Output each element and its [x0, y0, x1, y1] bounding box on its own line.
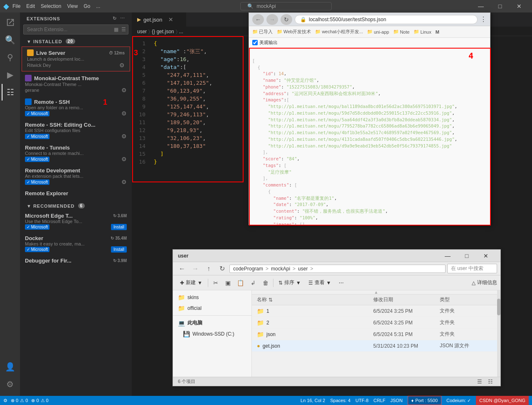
fe-maximize-button[interactable]: □: [457, 250, 476, 261]
status-csdn[interactable]: CSDN @Dyan_GONG: [476, 396, 529, 405]
refresh-icon[interactable]: ↻: [113, 16, 117, 21]
gear-icon-ssh-edit[interactable]: ⚙: [121, 133, 127, 140]
gear-icon-monokai[interactable]: ⚙: [121, 87, 127, 93]
more-icon[interactable]: ⋯: [120, 16, 125, 21]
fe-rename-button[interactable]: ↲: [247, 277, 259, 289]
maximize-button[interactable]: □: [490, 0, 510, 12]
bookmark-linux[interactable]: 📁Linux: [414, 29, 431, 34]
status-codeium[interactable]: Codeium: ✓: [446, 398, 471, 403]
fe-up-button[interactable]: ↑: [203, 263, 214, 274]
breadcrumb-file[interactable]: {} get.json: [152, 29, 174, 34]
fe-sidebar-item-skins[interactable]: 📁 skins: [173, 292, 251, 303]
bookmark-uniapp[interactable]: 📁uni-app: [367, 29, 389, 34]
fe-grid-view-icon[interactable]: ☷: [485, 377, 495, 386]
fe-copy-button[interactable]: ▣: [222, 277, 234, 289]
fe-sidebar-item-official[interactable]: 📁 official: [173, 303, 251, 314]
activity-explorer-icon[interactable]: [2, 14, 18, 31]
browser-more-icon[interactable]: ⋮: [480, 15, 487, 23]
table-row[interactable]: 📁 2 6/5/2024 3:25 PM 文件夹: [252, 317, 500, 329]
fe-breadcrumb-item-codeprog[interactable]: codeProgram: [233, 266, 263, 272]
fe-more-options-button[interactable]: ⋯: [335, 278, 347, 287]
address-bar[interactable]: 🔒 localhost:5500/user/testShops.json: [295, 15, 478, 24]
gear-icon-live-server[interactable]: ⚙: [119, 62, 125, 69]
fe-breadcrumb-item-user[interactable]: user: [298, 266, 308, 272]
bookmark-webdev[interactable]: 📁Web开发技术: [277, 29, 311, 35]
fe-minimize-button[interactable]: —: [438, 250, 457, 261]
ext-item-remote-tunnels[interactable]: Remote - Tunnels Connect to a remote mac…: [20, 142, 132, 165]
fe-sidebar-item-windows-ssd[interactable]: 💾 Windows-SSD (C:): [173, 329, 251, 339]
fe-new-button[interactable]: ✚ 新建 ▼: [176, 277, 206, 288]
ext-item-docker[interactable]: Docker ↻ 35.4M Makes it easy to create, …: [20, 233, 132, 255]
status-language[interactable]: JSON: [390, 398, 402, 403]
beautiful-output-checkbox[interactable]: [252, 40, 258, 45]
fe-details-label[interactable]: 详细信息: [477, 279, 497, 286]
gear-icon-tunnels[interactable]: ⚙: [121, 156, 127, 162]
close-button[interactable]: ✕: [510, 0, 529, 12]
table-row[interactable]: ● get.json 5/31/2024 10:23 PM JSON 源文件: [252, 340, 500, 352]
ext-item-ms-edge[interactable]: Microsoft Edge T... ↻ 3.6M Use the Micro…: [20, 210, 132, 233]
menu-go[interactable]: Go: [84, 3, 90, 9]
fe-back-button[interactable]: ←: [176, 263, 188, 274]
bookmark-wechat[interactable]: 📁wechat小程序开发...: [315, 29, 363, 35]
search-bar[interactable]: 🔍 mockApi: [240, 2, 332, 10]
install-button-edge[interactable]: Install: [111, 224, 127, 230]
install-button-docker[interactable]: Install: [111, 246, 127, 253]
gear-icon-remote-dev[interactable]: ⚙: [121, 179, 127, 185]
status-ln-col[interactable]: Ln 16, Col 2: [300, 398, 325, 403]
status-errors[interactable]: ⊗ 0 ⚠ 0: [11, 398, 28, 403]
breadcrumb-user[interactable]: user: [137, 29, 147, 34]
bookmark-note[interactable]: 📁Note: [393, 29, 409, 34]
fe-breadcrumb-item-mockapi[interactable]: mockApi: [271, 266, 290, 272]
browser-refresh-button[interactable]: ↻: [281, 14, 292, 25]
activity-debug-icon[interactable]: ▶: [2, 66, 18, 83]
fe-refresh-button[interactable]: ↻: [216, 263, 228, 274]
fe-address-area[interactable]: codeProgram > mockApi > user >: [229, 265, 446, 273]
ext-item-debugger[interactable]: Debugger for Fir... ↻ 3.9M: [20, 255, 132, 266]
col-name[interactable]: 名称 ⇅: [257, 296, 373, 303]
ext-item-remote-dev[interactable]: Remote Development An extension pack tha…: [20, 165, 132, 188]
col-date[interactable]: 修改日期: [373, 296, 440, 303]
browser-forward-button[interactable]: →: [266, 14, 278, 25]
status-eol[interactable]: CRLF: [374, 398, 386, 403]
fe-close-button[interactable]: ✕: [476, 250, 495, 261]
gear-icon-remote-ssh[interactable]: ⚙: [121, 110, 127, 117]
fe-list-view-icon[interactable]: ☰: [475, 377, 485, 386]
status-spaces[interactable]: Spaces: 4: [330, 398, 350, 403]
ext-item-remote-explorer[interactable]: Remote Explorer: [20, 188, 132, 199]
menu-file[interactable]: File: [12, 3, 20, 9]
sort-icon[interactable]: ☰: [121, 27, 126, 32]
table-row[interactable]: 📁 1 6/5/2024 3:25 PM 文件夹: [252, 305, 500, 317]
fe-sort-button[interactable]: ⇅ 排序 ▼: [275, 277, 304, 288]
ext-item-monokai[interactable]: Monokai-Contrast Theme Monokai-Contrast …: [20, 72, 132, 96]
status-port[interactable]: ♦ Port : 5500: [408, 396, 441, 405]
activity-source-control-icon[interactable]: ⚲: [2, 49, 18, 66]
menu-more[interactable]: ...: [96, 3, 100, 9]
status-errors-2[interactable]: ⊗ 0 ⚠ 0: [31, 398, 48, 403]
fe-cut-button[interactable]: ✂: [210, 277, 222, 289]
activity-extensions-icon[interactable]: ☷: [2, 84, 18, 101]
activity-account-icon[interactable]: 👤: [2, 358, 18, 375]
ext-item-remote-ssh-editing[interactable]: Remote - SSH: Editing Co... Edit SSH con…: [20, 119, 132, 142]
fe-delete-button[interactable]: 🗑: [260, 277, 271, 289]
tab-close-icon[interactable]: ✕: [168, 16, 173, 23]
minimize-button[interactable]: —: [471, 0, 490, 12]
breadcrumb-more[interactable]: ...: [179, 29, 183, 34]
browser-back-button[interactable]: ←: [252, 14, 264, 25]
filter-icon[interactable]: ▦: [114, 27, 118, 32]
menu-view[interactable]: View: [67, 3, 78, 9]
fe-view-button[interactable]: ☰ 查看 ▼: [305, 277, 335, 288]
fe-forward-button[interactable]: →: [190, 263, 201, 274]
activity-search-icon[interactable]: 🔍: [2, 32, 18, 48]
activity-settings-icon[interactable]: ⚙: [2, 376, 18, 393]
bookmark-imported[interactable]: 📁已导入: [252, 29, 273, 35]
fe-paste-button[interactable]: 📋: [235, 277, 246, 289]
table-row[interactable]: 📁 json 6/5/2024 5:31 PM 文件夹: [252, 329, 500, 340]
ext-item-live-server[interactable]: Live Server ⏱ 12ms Launch a development …: [22, 47, 130, 71]
menu-edit[interactable]: Edit: [26, 3, 35, 9]
status-encoding[interactable]: UTF-8: [355, 398, 368, 403]
fe-scrollbar[interactable]: [497, 290, 500, 377]
menu-selection[interactable]: Selection: [41, 3, 61, 9]
bookmark-more[interactable]: M: [436, 29, 439, 34]
ext-item-remote-ssh[interactable]: Remote - SSH Open any folder on a remo..…: [20, 96, 132, 119]
status-notification-bell[interactable]: ⚙: [3, 398, 7, 403]
